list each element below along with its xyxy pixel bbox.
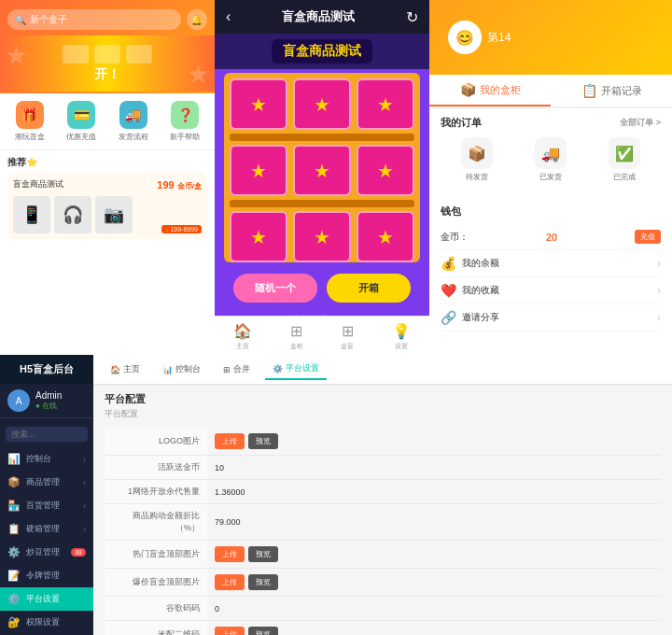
recharge-button[interactable]: 充值 xyxy=(635,230,661,244)
sidebar-item-tokens[interactable]: 📝 令牌管理 xyxy=(0,564,93,587)
logo-upload-button[interactable]: 上传 xyxy=(215,433,245,449)
product-img-headphones: 🎧 xyxy=(54,196,91,233)
tab-open-record[interactable]: 📋 开箱记录 xyxy=(551,75,672,106)
nav-label: 优惠充值 xyxy=(66,132,96,142)
permissions-icon: 🔐 xyxy=(7,616,21,628)
my-favorites-item[interactable]: ❤️ 我的收藏 › xyxy=(441,277,661,304)
order-shipped[interactable]: 🚚 已发货 xyxy=(535,137,567,182)
my-balance-item[interactable]: 💰 我的余额 › xyxy=(441,250,661,277)
store-icon: 🏪 xyxy=(7,500,21,512)
nav-item-blind-box[interactable]: 🎁 潮玩盲盒 xyxy=(15,101,45,142)
form-row-logo: LOGO图片 上传 预览 xyxy=(105,428,661,456)
sidebar-item-orders[interactable]: 📋 硬箱管理 › xyxy=(0,517,93,541)
hot-banner-upload-button[interactable]: 上传 xyxy=(215,546,245,562)
admin-main-content: 🏠 主页 📊 控制台 ⊞ 合并 ⚙️ 平台设置 平台配置 平台配置 xyxy=(93,355,672,635)
settings-form: LOGO图片 上传 预览 活跃送金币 10 xyxy=(105,428,661,635)
shelf-row-3: ★ ★ ★ xyxy=(230,211,414,262)
user-avatar: 😊 xyxy=(448,21,482,54)
discount-value-text: 79.000 xyxy=(215,517,241,527)
box-1-1[interactable]: ★ xyxy=(230,78,287,130)
form-row-qr-code: 米配二维码 上传 预览 xyxy=(105,621,661,636)
shelf-row-2: ★ ★ ★ xyxy=(230,145,414,196)
search-bar[interactable]: 🔍 新个盒子 xyxy=(7,9,181,30)
form-row-google-code: 谷歌码码 0 xyxy=(105,597,661,621)
topbar-merge[interactable]: ⊞ 合并 xyxy=(216,360,258,379)
product-images: 📱 🎧 📷 ↓ 199-6999 xyxy=(13,196,202,233)
network-label: 1网络开放余代售量 xyxy=(105,480,207,504)
box-1-3[interactable]: ★ xyxy=(357,78,414,130)
hot-banner-preview-button[interactable]: 预览 xyxy=(248,546,278,562)
random-button[interactable]: 随机一个 xyxy=(233,274,317,303)
bell-button[interactable]: 🔔 xyxy=(187,9,207,30)
form-subtitle: 平台配置 xyxy=(105,408,661,420)
sidebar-item-platform[interactable]: ⚙️ 平台设置 xyxy=(0,587,93,611)
pending-icon-box: 📦 xyxy=(461,137,493,169)
logo-preview-button[interactable]: 预览 xyxy=(248,433,278,449)
menu-label-beans: 炒豆管理 xyxy=(26,546,60,558)
box-3-2[interactable]: ★ xyxy=(293,211,351,262)
tab-my-box-cabinet[interactable]: 📦 我的盒柜 xyxy=(429,75,551,106)
sidebar-item-store[interactable]: 🏪 百货管理 › xyxy=(0,494,93,517)
box-1-2[interactable]: ★ xyxy=(293,78,351,130)
boom-banner-preview-button[interactable]: 预览 xyxy=(248,574,278,590)
box-3-1[interactable]: ★ xyxy=(230,211,287,262)
beans-badge: 88 xyxy=(71,548,86,557)
google-code-value: 0 xyxy=(207,597,661,621)
nav-item-help[interactable]: ❓ 新手帮助 xyxy=(170,101,200,142)
home-icon: 🏠 xyxy=(233,322,252,340)
hot-banner-actions: 上传 预览 xyxy=(215,546,653,562)
shelf-divider-2 xyxy=(230,200,414,207)
menu-label-tokens: 令牌管理 xyxy=(26,570,60,582)
sidebar-title: H5盲盒后台 xyxy=(6,362,88,376)
sidebar-item-products[interactable]: 📦 商品管理 › xyxy=(0,471,93,494)
topbar-dashboard[interactable]: 📊 控制台 xyxy=(155,360,208,379)
settings-icon: 💡 xyxy=(392,322,411,340)
box-3-3[interactable]: ★ xyxy=(357,211,414,262)
qr-preview-button[interactable]: 预览 xyxy=(248,627,278,635)
nav-home[interactable]: 🏠 主页 xyxy=(233,322,252,351)
all-orders-link[interactable]: 全部订单 > xyxy=(620,117,661,129)
box-2-1[interactable]: ★ xyxy=(230,145,287,196)
admin-form-content: 平台配置 平台配置 LOGO图片 上传 预览 xyxy=(93,385,672,635)
topbar-platform-settings[interactable]: ⚙️ 平台设置 xyxy=(265,359,327,380)
discount-label: 商品购动金额折比（%） xyxy=(105,504,207,541)
box-2-2[interactable]: ★ xyxy=(293,145,351,196)
order-completed[interactable]: ✅ 已完成 xyxy=(609,137,640,182)
qr-code-actions: 上传 预览 xyxy=(215,627,653,635)
admin-topbar: 🏠 主页 📊 控制台 ⊞ 合并 ⚙️ 平台设置 xyxy=(93,355,672,385)
invite-label: 🔗 邀请分享 xyxy=(441,310,499,325)
sidebar-user-info: A Admin ● 在线 xyxy=(0,384,93,418)
sidebar-item-permissions[interactable]: 🔐 权限设置 xyxy=(0,611,93,634)
wallet-title: 钱包 xyxy=(441,205,661,219)
topbar-dashboard-label: 控制台 xyxy=(175,363,201,375)
my-order-title: 我的订单 xyxy=(441,116,482,130)
sidebar-item-beans[interactable]: ⚙️ 炒豆管理 88 xyxy=(0,541,93,564)
google-code-value-text: 0 xyxy=(215,604,219,614)
sidebar-search-input[interactable] xyxy=(6,427,88,442)
nav-blind-box[interactable]: ⊞ 盒盲 xyxy=(341,322,354,351)
hot-banner-label: 热门盲盒顶部图片 xyxy=(105,541,207,569)
topbar-home[interactable]: 🏠 主页 xyxy=(103,360,147,379)
nav-item-discount[interactable]: 💳 优惠充值 xyxy=(66,101,96,142)
platform-icon: ⚙️ xyxy=(7,593,21,605)
gold-value-text: 10 xyxy=(215,463,224,473)
nav-blind-label: 盒盲 xyxy=(341,342,354,351)
sidebar-item-dashboard[interactable]: 📊 控制台 › xyxy=(0,447,93,471)
invite-share-item[interactable]: 🔗 邀请分享 › xyxy=(441,304,661,332)
box-2-3[interactable]: ★ xyxy=(357,145,414,196)
qr-code-label: 米配二维码 xyxy=(105,621,207,636)
order-pending[interactable]: 📦 待发货 xyxy=(461,137,493,182)
refresh-icon[interactable]: ↻ xyxy=(406,8,418,26)
nav-box-cabinet[interactable]: ⊞ 盒柜 xyxy=(290,322,303,351)
nav-item-shipping[interactable]: 🚚 发货流程 xyxy=(119,101,148,142)
nav-settings[interactable]: 💡 设置 xyxy=(392,322,411,351)
back-icon[interactable]: ‹ xyxy=(226,8,231,25)
qr-upload-button[interactable]: 上传 xyxy=(215,627,245,635)
recommend-title: 推荐⭐ xyxy=(7,156,207,169)
nav-home-label: 主页 xyxy=(236,342,249,351)
topbar-merge-icon: ⊞ xyxy=(223,365,231,374)
product-card[interactable]: 盲盒商品测试 199 金币/盒 📱 🎧 📷 ↓ 199-6999 xyxy=(7,173,207,239)
topbar-home-icon: 🏠 xyxy=(110,365,120,374)
open-button[interactable]: 开箱 xyxy=(327,274,411,303)
boom-banner-upload-button[interactable]: 上传 xyxy=(215,574,245,590)
